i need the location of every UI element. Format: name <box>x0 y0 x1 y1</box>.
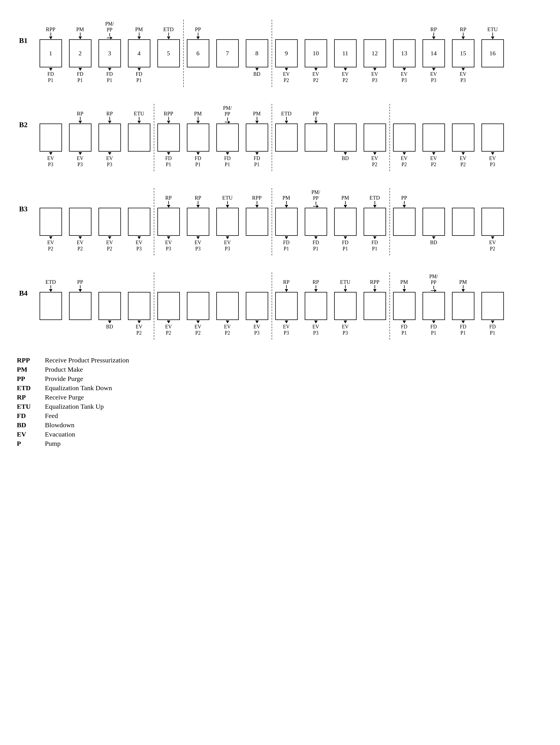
bottom-label: EVP2 <box>372 156 378 168</box>
bed-cell: 12EVP3 <box>360 20 389 87</box>
arrow-down-top <box>137 121 141 124</box>
connector-line <box>168 201 169 204</box>
legend-desc: Equalization Tank Up <box>45 403 213 411</box>
bottom-label: BD <box>342 156 349 162</box>
bed-number: 14 <box>431 50 437 57</box>
legend-abbr: PP <box>17 375 39 383</box>
bed-number: 13 <box>401 50 407 57</box>
bed-box <box>40 124 62 152</box>
bed-cell: RPP <box>360 272 389 339</box>
bed-box <box>393 208 416 236</box>
bed-cell: 7 <box>213 20 242 87</box>
top-annotation <box>478 272 507 292</box>
top-label: PP <box>77 279 83 285</box>
bed-cell: EVP3 <box>478 104 507 171</box>
arrow-down-bottom <box>108 152 111 155</box>
bottom-label: EVP3 <box>372 71 378 84</box>
bed-number: 1 <box>49 50 52 57</box>
bottom-label: EVP3 <box>313 324 319 336</box>
connector-line <box>433 33 434 36</box>
arrow-down-top <box>167 36 170 39</box>
top-label: ETU <box>222 195 233 201</box>
top-annotation: PM <box>448 272 478 292</box>
top-annotation <box>124 272 154 292</box>
arrow-down-top <box>78 121 82 124</box>
bed-cell: EVP2 <box>124 272 154 339</box>
bottom-label: EVP2 <box>106 240 113 252</box>
legend-abbr: EV <box>17 431 39 438</box>
top-annotation <box>330 20 360 39</box>
top-annotation <box>213 272 242 292</box>
bed-box <box>423 292 445 320</box>
connector-line <box>286 201 287 204</box>
arrow-down-top <box>344 205 347 208</box>
legend-abbr: FD <box>17 412 39 420</box>
bottom-annotation: EVP3 <box>301 320 330 339</box>
top-label: PM <box>253 110 260 117</box>
bed-cell: EVP2 <box>36 188 65 255</box>
bottom-label: FDP1 <box>401 324 407 336</box>
bed-box <box>158 124 180 152</box>
bottom-label: EVP3 <box>195 240 202 252</box>
bed-box <box>452 124 475 152</box>
bottom-annotation: EVP2 <box>478 236 507 255</box>
connector-line <box>257 201 257 204</box>
bottom-label: FDP1 <box>195 156 201 168</box>
bottom-annotation: EVP3 <box>389 67 419 87</box>
bottom-label: EVP2 <box>136 324 143 336</box>
arrow-down-top <box>285 121 288 124</box>
top-annotation: PM/PP <box>301 188 330 208</box>
bottom-annotation: EVP2 <box>419 152 448 171</box>
bottom-label: EVP2 <box>313 71 319 84</box>
connector-line <box>463 285 463 289</box>
top-label: ETU <box>340 279 350 285</box>
bottom-annotation: FDP1 <box>389 320 419 339</box>
top-annotation: PM <box>65 20 95 39</box>
bottom-annotation: EVP3 <box>213 236 242 255</box>
bed-cell: PM/PPFDP1 <box>419 272 448 339</box>
arrow-down-top <box>197 205 200 208</box>
top-label: RPP <box>252 195 262 201</box>
bottom-annotation: FDP1 <box>154 152 183 171</box>
top-label: ETD <box>281 110 291 117</box>
bed-cell: PMFDP1 <box>272 188 301 255</box>
arrow-down-bottom <box>432 68 435 71</box>
bottom-label: EVP2 <box>77 240 83 252</box>
bottom-annotation: EVP3 <box>330 320 360 339</box>
arrow-down-top <box>403 205 406 208</box>
arrow-down-bottom <box>226 236 229 239</box>
arrow-down-top <box>78 289 82 292</box>
bed-box <box>69 124 92 152</box>
bottom-annotation: EVP3 <box>36 152 65 171</box>
top-annotation <box>301 20 330 39</box>
top-annotation: ETD <box>360 188 389 208</box>
legend-desc: Provide Purge <box>45 375 213 383</box>
bottom-annotation: FDP1 <box>360 236 389 255</box>
bed-cell <box>448 188 478 255</box>
bottom-annotation: EVP2 <box>36 236 65 255</box>
legend-desc: Evacuation <box>45 431 213 438</box>
bottom-annotation <box>301 152 330 171</box>
arrow-down-bottom <box>49 152 53 155</box>
top-annotation: ETD <box>36 272 65 292</box>
bed-number: 12 <box>372 50 378 57</box>
top-annotation: ETD <box>272 104 301 124</box>
bed-cell: EVP2 <box>448 104 478 171</box>
top-label: RPP <box>370 279 380 285</box>
bed-cell: ETU16 <box>478 20 507 87</box>
beds-container-b4: ETDPPBDEVP2EVP2EVP2EVP2EVP3RPEVP3RPEVP3E… <box>36 272 541 339</box>
connector-line <box>198 117 198 120</box>
legend-abbr: RPP <box>17 356 39 364</box>
bed-cell: 11EVP2 <box>330 20 360 87</box>
bottom-annotation: FDP1 <box>242 152 272 171</box>
bed-box <box>334 208 357 236</box>
bottom-label: EVP3 <box>401 71 408 84</box>
arrow-down-top <box>226 205 229 208</box>
bed-box: 2 <box>69 39 92 67</box>
arrow-down-top <box>432 36 435 39</box>
top-annotation: RP <box>272 272 301 292</box>
bottom-label: EVP3 <box>430 71 437 84</box>
bed-cell: PP <box>65 272 95 339</box>
bed-cell: PM4FDP1 <box>124 20 154 87</box>
bed-box <box>334 124 357 152</box>
